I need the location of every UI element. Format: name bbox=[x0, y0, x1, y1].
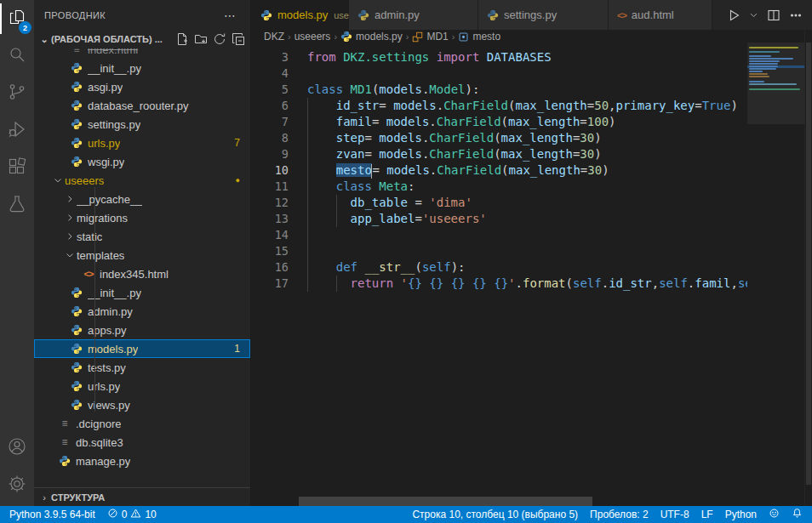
vscode-window: 2 ПРОВОДНИК ⋯ ⌄ (РАБОЧАЯ ОБЛАСТЬ) ... ≡i… bbox=[0, 0, 812, 523]
activitybar-testing[interactable] bbox=[0, 187, 34, 225]
code-line-9[interactable]: 9 zvan= models.CharField(max_length=30) bbox=[252, 146, 747, 162]
code-line-text bbox=[289, 227, 307, 243]
tree-item-index345.html[interactable]: <>index345.html bbox=[34, 264, 250, 283]
minimap[interactable] bbox=[747, 43, 804, 506]
code-line-17[interactable]: 17 return '{} {} {} {} {}'.format(self.i… bbox=[252, 276, 747, 292]
breadcrumb-item-mesto[interactable]: mesto bbox=[458, 31, 500, 43]
activitybar-settings[interactable] bbox=[0, 467, 34, 504]
status-cursor-position[interactable]: Строка 10, столбец 10 (выбрано 5) bbox=[406, 506, 584, 523]
new-file-icon-button[interactable] bbox=[174, 31, 191, 48]
python-file-icon bbox=[357, 9, 369, 21]
tab-aud.html[interactable]: <>aud.html bbox=[609, 0, 712, 30]
activitybar-search[interactable] bbox=[0, 37, 34, 75]
tree-item-asgi.py[interactable]: asgi.py bbox=[34, 77, 250, 96]
tab-models.py[interactable]: models.pyuseeers1× bbox=[252, 0, 349, 30]
activitybar-source-control[interactable] bbox=[0, 75, 34, 112]
html-file-icon: <> bbox=[82, 269, 95, 279]
tree-item-__init__.py[interactable]: __init__.py bbox=[34, 59, 250, 77]
activitybar-accounts[interactable] bbox=[0, 429, 34, 467]
code-editor[interactable]: 3from DKZ.settings import DATABASES45cla… bbox=[252, 43, 747, 506]
status-notifications[interactable] bbox=[786, 506, 809, 523]
tree-item-tests.py[interactable]: tests.py bbox=[34, 358, 250, 377]
code-line-text: id_str= models.CharField(max_length=50,p… bbox=[289, 98, 738, 114]
outline-section-header[interactable]: › СТРУКТУРА bbox=[34, 487, 250, 506]
code-line-4[interactable]: 4 bbox=[252, 65, 747, 82]
tree-item-useeers[interactable]: useeers● bbox=[34, 171, 250, 190]
activitybar-explorer[interactable]: 2 bbox=[0, 0, 34, 37]
python-file-icon bbox=[70, 380, 83, 392]
activitybar-run-debug[interactable] bbox=[0, 112, 34, 150]
run-dropdown-button[interactable] bbox=[746, 5, 761, 26]
line-number: 4 bbox=[252, 65, 289, 82]
bell-icon bbox=[792, 508, 803, 521]
breadcrumb-item-MD1[interactable]: MD1 bbox=[412, 31, 448, 43]
activitybar-badge: 2 bbox=[19, 21, 31, 34]
tree-item-wsgi.py[interactable]: wsgi.py bbox=[34, 152, 250, 171]
tab-settings.py[interactable]: settings.py bbox=[478, 0, 609, 30]
breadcrumb-item-models.py[interactable]: models.py bbox=[340, 31, 403, 43]
code-line-16[interactable]: 16 def __str__(self): bbox=[252, 259, 747, 276]
code-line-12[interactable]: 12 db_table = 'dima' bbox=[252, 195, 747, 211]
split-editor-button[interactable] bbox=[764, 5, 783, 26]
code-line-15[interactable]: 15 bbox=[252, 243, 747, 259]
new-folder-icon-button[interactable] bbox=[192, 31, 209, 48]
code-line-5[interactable]: 5class MD1(models.Model): bbox=[252, 82, 747, 98]
code-line-11[interactable]: 11 class Meta: bbox=[252, 179, 747, 195]
status-language-mode[interactable]: Python bbox=[719, 506, 763, 523]
status-problems[interactable]: 010 bbox=[101, 506, 163, 523]
code-line-10[interactable]: 10 mesto= models.CharField(max_length=30… bbox=[252, 162, 747, 179]
extensions-icon bbox=[7, 156, 27, 180]
code-line-14[interactable]: 14 bbox=[252, 227, 747, 243]
warning-count: 10 bbox=[145, 509, 156, 520]
code-line-6[interactable]: 6 id_str= models.CharField(max_length=50… bbox=[252, 98, 747, 114]
status-eol[interactable]: LF bbox=[695, 506, 719, 523]
tree-item-label: __init__.py bbox=[88, 62, 141, 75]
tab-admin.py[interactable]: admin.py bbox=[349, 0, 478, 30]
tree-item-manage.py[interactable]: manage.py bbox=[34, 452, 250, 470]
tree-item-urls.py[interactable]: urls.py bbox=[34, 377, 250, 395]
run-button[interactable] bbox=[724, 5, 743, 26]
horizontal-scrollbar[interactable] bbox=[299, 497, 592, 506]
code-line-8[interactable]: 8 step= models.CharField(max_length=30) bbox=[252, 130, 747, 146]
tree-item-__pycache__[interactable]: __pycache__ bbox=[34, 190, 250, 208]
refresh-icon-button[interactable] bbox=[211, 31, 228, 48]
code-line-3[interactable]: 3from DKZ.settings import DATABASES bbox=[252, 49, 747, 65]
code-line-13[interactable]: 13 app_label='useeers' bbox=[252, 211, 747, 227]
tree-item-views.py[interactable]: views.py bbox=[34, 395, 250, 414]
workspace-section-header[interactable]: ⌄ (РАБОЧАЯ ОБЛАСТЬ) ... bbox=[34, 30, 250, 48]
activitybar-extensions[interactable] bbox=[0, 150, 34, 187]
tree-item-db.sqlite3[interactable]: ≡db.sqlite3 bbox=[34, 433, 250, 452]
vertical-scrollbar[interactable] bbox=[804, 30, 812, 506]
tree-item-models.py[interactable]: models.py1 bbox=[34, 339, 250, 358]
tree-item-.dcignore[interactable]: ≡.dcignore bbox=[34, 414, 250, 433]
tree-item-templates[interactable]: templates bbox=[34, 246, 250, 264]
status-feedback[interactable] bbox=[763, 506, 786, 523]
breadcrumb-separator: › bbox=[406, 31, 409, 42]
tree-item-__init__.py[interactable]: __init__.py bbox=[34, 283, 250, 302]
modified-dot-badge: ● bbox=[236, 176, 240, 185]
status-encoding[interactable]: UTF-8 bbox=[655, 506, 695, 523]
tree-item-admin.py[interactable]: admin.py bbox=[34, 302, 250, 321]
tree-item-static[interactable]: static bbox=[34, 227, 250, 246]
code-line-text bbox=[289, 65, 307, 82]
collapse-all-icon-button[interactable] bbox=[230, 31, 247, 48]
tree-item-urls.py[interactable]: urls.py7 bbox=[34, 134, 250, 152]
tree-item-migrations[interactable]: migrations bbox=[34, 208, 250, 227]
breadcrumb-item-DKZ[interactable]: DKZ bbox=[264, 31, 284, 43]
tree-item-database_roouter.py[interactable]: database_roouter.py bbox=[34, 96, 250, 115]
python-file-icon bbox=[70, 399, 83, 411]
more-actions-button[interactable] bbox=[786, 5, 805, 26]
tree-item-settings.py[interactable]: settings.py bbox=[34, 115, 250, 134]
code-line-7[interactable]: 7 famil= models.CharField(max_length=100… bbox=[252, 114, 747, 130]
python-file-icon bbox=[70, 99, 83, 111]
tree-item-label: apps.py bbox=[88, 324, 127, 337]
warning-icon bbox=[130, 508, 141, 521]
tree-item-apps.py[interactable]: apps.py bbox=[34, 321, 250, 339]
status-python-interpreter[interactable]: Python 3.9.5 64-bit bbox=[3, 506, 101, 523]
breadcrumb-item-useeers[interactable]: useeers bbox=[294, 31, 331, 43]
tab-label: admin.py bbox=[375, 9, 420, 21]
status-indentation[interactable]: Пробелов: 2 bbox=[584, 506, 655, 523]
explorer-more-actions-button[interactable]: ⋯ bbox=[220, 9, 240, 22]
tree-item-index.html[interactable]: ≡index.html bbox=[34, 48, 250, 59]
python-file-icon bbox=[70, 137, 83, 149]
